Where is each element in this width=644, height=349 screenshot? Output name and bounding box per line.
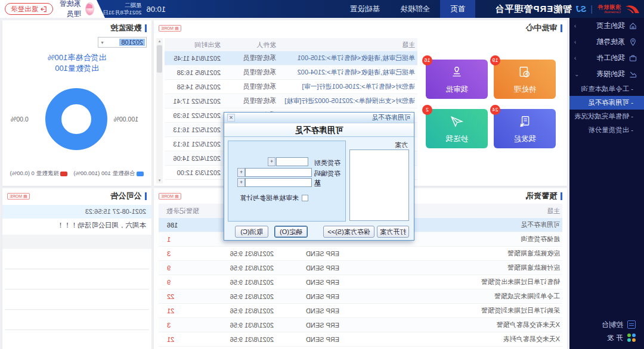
legend-item-pass[interactable]: 合格数量 100 (100.00%) — [73, 170, 144, 177]
more-label: MORE — [10, 194, 22, 198]
row-count: 1 — [159, 236, 202, 243]
table-row[interactable]: 采购订单日过期未到货预警 ERP SEND 2021/8/31 9:56 21 — [159, 304, 562, 318]
dialog-titlebar[interactable]: 可用库存不足 × — [224, 113, 414, 123]
dialog-heading: 可用库存不足 — [224, 123, 414, 137]
scheme-listbox[interactable] — [349, 149, 409, 221]
more-button[interactable]: ▤ MORE — [159, 193, 181, 200]
ok-button[interactable]: 确定(O) — [274, 226, 308, 238]
code-from-input[interactable] — [245, 168, 312, 177]
row-subject: 销售订单日过期未出货预警 — [342, 278, 562, 286]
save-scheme-button[interactable]: 保存方案(S)>> — [323, 226, 374, 238]
sidebar-item-system-nav[interactable]: 系统导航 › — [569, 34, 644, 50]
title-marker — [145, 192, 147, 200]
row-time: 2021/8/31 9:56 — [202, 322, 276, 329]
col-subject: 主题 — [278, 40, 417, 49]
scrollbar-thumb[interactable] — [157, 45, 162, 73]
table-row[interactable]: X天未有交易客户预警 ERP SEND 2021/8/31 9:56 3 — [159, 318, 562, 332]
table-row[interactable]: 请您对<支出报销单>:202105-0002进行[审核] 系统管理员 2021/… — [165, 94, 417, 108]
row-subject: 单据已审核,请接收<销售订单>:2105-001 — [278, 54, 417, 63]
scroll-down-icon[interactable]: ▼ — [158, 177, 162, 183]
include-unaudited-checkbox-row: 未审核单据参与计算 — [240, 194, 308, 202]
username-label: 系统管理员 — [57, 0, 81, 19]
develop-button[interactable]: 开 发 — [569, 331, 644, 344]
tile-initiated-by-me[interactable]: 24 我发起 — [494, 109, 556, 148]
checkbox[interactable] — [302, 195, 308, 201]
console-button[interactable]: 控制台 — [569, 318, 644, 331]
company-name-en: Centersoft — [597, 10, 621, 14]
sidebar-item-my-work[interactable]: 我的工作 › — [569, 50, 644, 66]
title-marker — [145, 24, 147, 32]
tile-label: 待处理 — [513, 85, 536, 95]
logout-button[interactable]: 退出登录 — [5, 3, 53, 15]
add-icon[interactable]: + — [237, 178, 245, 187]
sidebar-item-my-reports[interactable]: 我的报表 ⌄ — [569, 66, 644, 82]
tile-cc-to-me[interactable]: 2 抄送我 — [426, 109, 488, 148]
period-select[interactable]: 202108 ▼ — [98, 37, 147, 48]
subitem-label: 可用库存不足 — [588, 99, 629, 106]
tab-basic-settings[interactable]: 基础设置 — [340, 0, 390, 18]
tile-my-approvals[interactable]: 16 我审批 — [426, 60, 488, 99]
top-nav: 首页 全部模块 基础设置 — [340, 0, 475, 18]
scheme-label: 方案 — [395, 141, 408, 149]
scroll-up-icon[interactable]: ▲ — [158, 38, 162, 44]
close-icon[interactable]: × — [227, 114, 235, 121]
badge-count: 2 — [422, 105, 432, 115]
row-sender: 系统管理员 — [223, 54, 278, 63]
table-row[interactable]: X天未交易客户列表 ERP SEND 2021/8/31 9:56 21 — [159, 332, 562, 347]
date-label: 2021年8月31日 — [103, 9, 141, 16]
row-count: 22 — [159, 293, 202, 300]
erp-dashboard: 浪潮软件 Centersoft | SJ 智能ERP管理平台 首页 全部模块 基… — [0, 0, 644, 349]
legend-item-scrap[interactable]: 报废数量 0 (0.00%) — [10, 170, 68, 177]
row-count: 3 — [159, 250, 202, 257]
checkbox-label: 未审核单据参与计算 — [240, 194, 299, 202]
row-subject: 请您对<销售订单>:2106-001进行[一审] — [278, 82, 417, 91]
sidebar-subitem-sales-completion[interactable]: - 销售单完成状况表 — [569, 110, 644, 123]
category-input[interactable] — [276, 157, 308, 166]
more-button[interactable]: ▤ MORE — [159, 25, 181, 32]
add-icon[interactable]: + — [237, 168, 245, 177]
badge-count: 24 — [490, 105, 500, 115]
sidebar-item-my-home[interactable]: 我的主页 › — [569, 18, 644, 34]
list-item — [5, 251, 149, 269]
row-time: 2021/5/22 16:39 — [165, 112, 223, 119]
table-row[interactable]: 应收账款逾期预警 ERP SEND 2021/8/31 9:56 3 — [159, 247, 562, 261]
table-row[interactable]: 单据已审核,请接收<销售订单>:2105-001 系统管理员 2021/8/14… — [165, 51, 417, 66]
table-row[interactable]: 请您对<销售订单>:2106-001进行[一审] 系统管理员 2021/6/5 … — [165, 80, 417, 94]
tab-all-modules[interactable]: 全部模块 — [390, 0, 440, 18]
tile-pending[interactable]: 19 待处理 — [494, 60, 556, 99]
table-row[interactable]: 应付账款逾期预警 ERP SEND 2021/8/31 9:56 9 — [159, 261, 562, 275]
more-button[interactable]: ▤ MORE — [7, 193, 30, 200]
row-count: 186 — [159, 222, 202, 229]
scrollbar[interactable]: ▲ ▼ — [156, 38, 163, 183]
row-sender: ERP SEND — [276, 293, 342, 300]
stamp-icon — [450, 66, 463, 79]
sidebar-subitem-workorder-cost[interactable]: - 工令单成本查询 — [569, 82, 644, 96]
top-bar: 浪潮软件 Centersoft | SJ 智能ERP管理平台 首页 全部模块 基… — [0, 0, 644, 18]
table-row[interactable]: 单据已审核,请接收<销售订单>:2104-002 系统管理员 2021/8/5 … — [165, 66, 417, 80]
logout-label: 退出登录 — [11, 5, 38, 14]
sidebar-subitem-available-stock[interactable]: - 可用库存不足 — [569, 96, 644, 110]
code-to-input[interactable] — [245, 178, 312, 187]
row-sender: 系统管理员 — [223, 96, 278, 105]
cancel-button[interactable]: 取消(C) — [235, 226, 268, 238]
sidebar-item-label: 我的工作 — [596, 53, 625, 63]
avatar[interactable] — [85, 2, 94, 15]
badge-count: 16 — [422, 55, 432, 66]
row-time: 2021/8/31 9:56 — [202, 307, 276, 314]
row-time: 2021/8/31 9:56 — [202, 264, 276, 272]
open-scheme-button[interactable]: 打开方案 — [377, 226, 409, 238]
row-subject: 采购订单日过期未到货预警 — [342, 306, 562, 315]
notice-datetime[interactable]: 2021-08-27 15:56:23 — [2, 205, 151, 219]
row-sender: 系统管理员 — [223, 82, 278, 91]
tab-home[interactable]: 首页 — [440, 0, 475, 18]
sidebar-subitem-shipment-quality[interactable]: - 出货质量分析 — [569, 123, 644, 137]
add-icon[interactable]: + — [268, 157, 275, 166]
donut-label-scrap: 0.00% — [11, 116, 29, 123]
sidebar-item-label: 系统导航 — [596, 37, 625, 47]
data-monitor-panel: 数据监控 202108 ▼ 出货合格率100% 出货数量100 100.00% … — [2, 20, 151, 186]
more-label: MORE — [161, 26, 174, 30]
company-name: 浪潮软件 — [597, 5, 621, 10]
table-row[interactable]: 工令单到期未完成预警 ERP SEND 2021/8/31 9:56 22 — [159, 289, 562, 304]
table-row[interactable]: 销售订单日过期未出货预警 ERP SEND 2021/8/31 9:56 9 — [159, 275, 562, 289]
notice-content[interactable]: 本周六，周日公司活动！！！ — [2, 219, 151, 232]
